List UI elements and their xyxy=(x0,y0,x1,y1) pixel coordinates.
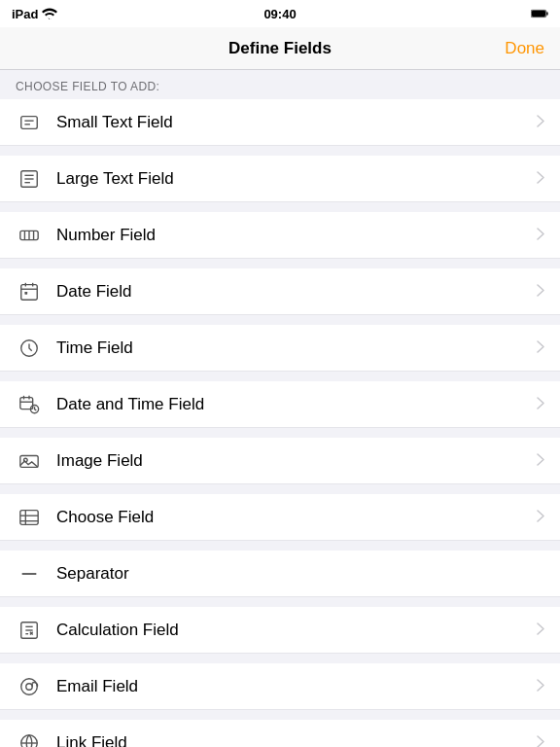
datetime-chevron xyxy=(537,397,544,412)
email-chevron xyxy=(537,679,544,694)
choose-icon xyxy=(16,504,43,531)
done-button[interactable]: Done xyxy=(505,39,544,58)
status-time: 09:40 xyxy=(263,7,296,21)
list-item-email[interactable]: Email Field xyxy=(0,663,560,710)
link-label: Link Field xyxy=(56,733,529,748)
list-item-large-text[interactable]: Large Text Field xyxy=(0,156,560,202)
wifi-icon xyxy=(42,8,57,19)
link-icon xyxy=(16,729,43,748)
image-chevron xyxy=(537,453,544,469)
svg-rect-27 xyxy=(20,510,38,524)
datetime-icon xyxy=(16,391,43,418)
small-text-icon xyxy=(16,109,43,136)
list-separator xyxy=(0,484,560,494)
small-text-label: Small Text Field xyxy=(56,113,529,132)
nav-bar: Define Fields Done xyxy=(0,27,560,70)
list-item-separator[interactable]: Separator xyxy=(0,551,560,597)
field-list: Small Text FieldLarge Text FieldNumber F… xyxy=(0,99,560,747)
large-text-icon xyxy=(16,165,43,193)
svg-rect-18 xyxy=(24,292,27,295)
status-right xyxy=(531,8,548,19)
svg-rect-1 xyxy=(546,12,547,16)
list-item-choose[interactable]: Choose Field xyxy=(0,494,560,541)
list-item-datetime[interactable]: Date and Time Field xyxy=(0,381,560,428)
image-icon xyxy=(16,447,43,475)
choose-chevron xyxy=(537,510,544,525)
date-icon xyxy=(16,278,43,305)
number-chevron xyxy=(537,228,544,243)
time-chevron xyxy=(537,340,544,356)
status-device: iPad xyxy=(12,7,38,21)
calculation-icon xyxy=(16,617,43,644)
list-separator xyxy=(0,710,560,720)
list-item-date[interactable]: Date Field xyxy=(0,268,560,315)
list-item-link[interactable]: Link Field xyxy=(0,720,560,747)
list-separator xyxy=(0,541,560,551)
svg-rect-3 xyxy=(21,116,38,128)
calculation-chevron xyxy=(537,622,544,638)
date-chevron xyxy=(537,284,544,300)
status-bar: iPad 09:40 xyxy=(0,0,560,27)
section-header: CHOOSE FIELD TO ADD: xyxy=(0,70,560,99)
small-text-chevron xyxy=(537,115,544,130)
datetime-label: Date and Time Field xyxy=(56,395,529,414)
date-label: Date Field xyxy=(56,282,529,302)
separator-icon xyxy=(16,560,43,587)
number-label: Number Field xyxy=(56,226,529,245)
svg-rect-14 xyxy=(21,284,38,300)
choose-label: Choose Field xyxy=(56,508,529,527)
list-separator xyxy=(0,259,560,268)
large-text-label: Large Text Field xyxy=(56,169,529,189)
list-item-image[interactable]: Image Field xyxy=(0,438,560,484)
list-separator xyxy=(0,202,560,212)
list-separator xyxy=(0,146,560,156)
svg-rect-2 xyxy=(532,11,545,17)
list-item-small-text[interactable]: Small Text Field xyxy=(0,99,560,146)
list-separator xyxy=(0,315,560,325)
list-item-time[interactable]: Time Field xyxy=(0,325,560,372)
list-separator xyxy=(0,654,560,663)
image-label: Image Field xyxy=(56,451,529,471)
email-label: Email Field xyxy=(56,677,529,696)
time-icon xyxy=(16,335,43,362)
svg-point-38 xyxy=(21,678,38,694)
email-icon xyxy=(16,673,43,700)
list-item-number[interactable]: Number Field xyxy=(0,212,560,259)
time-label: Time Field xyxy=(56,338,529,358)
list-separator xyxy=(0,597,560,607)
calculation-label: Calculation Field xyxy=(56,621,529,640)
list-separator xyxy=(0,428,560,438)
link-chevron xyxy=(537,735,544,748)
separator-label: Separator xyxy=(56,564,544,584)
battery-icon xyxy=(531,8,548,19)
large-text-chevron xyxy=(537,171,544,187)
svg-point-39 xyxy=(26,683,32,689)
list-item-calculation[interactable]: Calculation Field xyxy=(0,607,560,654)
status-left: iPad xyxy=(12,7,57,21)
list-separator xyxy=(0,372,560,381)
svg-point-41 xyxy=(21,734,38,747)
nav-title: Define Fields xyxy=(228,39,332,58)
number-icon xyxy=(16,222,43,249)
